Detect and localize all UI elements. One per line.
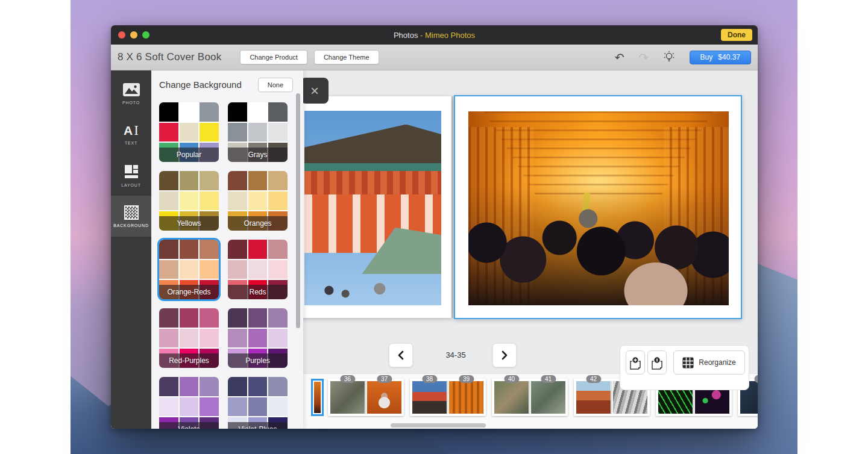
color-swatch[interactable] — [268, 377, 288, 396]
color-swatch[interactable] — [268, 260, 288, 279]
sidebar-item-photo[interactable]: PHOTO — [111, 73, 151, 114]
spread-page[interactable]: 39 — [449, 381, 483, 414]
color-swatch[interactable] — [268, 329, 288, 348]
color-swatch[interactable] — [159, 308, 178, 328]
color-swatch[interactable] — [200, 377, 219, 396]
panel-scrollbar[interactable] — [296, 93, 300, 328]
color-swatch[interactable] — [268, 171, 288, 190]
color-swatch[interactable] — [159, 377, 178, 396]
color-swatch[interactable] — [268, 397, 288, 417]
undo-icon[interactable]: ↶ — [615, 52, 624, 63]
color-swatch[interactable] — [228, 260, 247, 279]
color-swatch[interactable] — [248, 260, 268, 279]
color-swatch[interactable] — [200, 260, 219, 279]
color-swatch[interactable] — [200, 329, 219, 348]
color-swatch[interactable] — [268, 308, 288, 328]
color-swatch[interactable] — [159, 102, 178, 122]
sidebar-item-text[interactable]: AI TEXT — [111, 114, 151, 155]
color-swatch[interactable] — [180, 377, 199, 396]
color-swatch[interactable] — [159, 329, 178, 348]
spread-page[interactable]: 36 — [330, 381, 365, 414]
redo-icon[interactable]: ↷ — [639, 52, 649, 63]
color-swatch[interactable] — [159, 260, 178, 279]
color-swatch[interactable] — [228, 397, 247, 417]
spread-page[interactable]: 40 — [494, 381, 529, 414]
color-swatch[interactable] — [228, 377, 247, 396]
close-window-button[interactable] — [118, 31, 125, 39]
none-button[interactable]: None — [258, 78, 293, 92]
color-swatch[interactable] — [228, 240, 247, 259]
color-swatch[interactable] — [159, 123, 178, 142]
color-swatch[interactable] — [180, 191, 199, 211]
color-swatch[interactable] — [180, 329, 199, 348]
filmstrip-spread-36-37[interactable]: 3637 — [328, 379, 404, 416]
palette-yellows[interactable]: Yellows — [159, 171, 219, 231]
color-swatch[interactable] — [200, 397, 219, 417]
color-swatch[interactable] — [159, 240, 178, 259]
book-page-left[interactable] — [298, 96, 451, 318]
color-swatch[interactable] — [248, 308, 268, 328]
previous-spread-button[interactable] — [389, 343, 413, 367]
tips-lightbulb-icon[interactable] — [663, 51, 675, 64]
spread-page[interactable]: 42 — [576, 381, 611, 414]
color-swatch[interactable] — [248, 171, 268, 190]
spread-page[interactable]: 38 — [412, 381, 447, 414]
close-panel-button[interactable]: × — [301, 78, 329, 104]
palette-orange-reds[interactable]: Orange-Reds — [159, 240, 219, 299]
color-swatch[interactable] — [200, 308, 219, 328]
reorganize-button[interactable]: Reorganize — [673, 350, 745, 375]
color-swatch[interactable] — [159, 171, 178, 190]
color-swatch[interactable] — [268, 102, 288, 122]
color-swatch[interactable] — [159, 397, 178, 417]
change-product-button[interactable]: Change Product — [240, 50, 307, 64]
filmstrip-horizontal-scrollbar[interactable] — [391, 423, 486, 428]
color-swatch[interactable] — [228, 171, 247, 190]
palette-violet-blues[interactable]: Violet-Blues — [228, 377, 288, 429]
color-swatch[interactable] — [200, 102, 219, 122]
book-page-right-selected[interactable] — [454, 95, 742, 319]
filmstrip-spread-38-39[interactable]: 3839 — [410, 379, 486, 416]
color-swatch[interactable] — [180, 260, 199, 279]
titlebar[interactable]: Photos - Mimeo Photos Done — [111, 25, 758, 45]
temple-photo[interactable] — [304, 111, 441, 305]
color-swatch[interactable] — [248, 329, 268, 348]
spread-page[interactable]: 37 — [367, 381, 401, 414]
color-swatch[interactable] — [159, 191, 178, 211]
palette-grays[interactable]: Grays — [228, 102, 288, 162]
add-page-button[interactable] — [626, 350, 645, 375]
color-swatch[interactable] — [268, 240, 288, 259]
color-swatch[interactable] — [180, 171, 199, 190]
change-theme-button[interactable]: Change Theme — [314, 50, 379, 64]
color-swatch[interactable] — [248, 240, 268, 259]
color-swatch[interactable] — [200, 171, 219, 190]
buy-button[interactable]: Buy$40.37 — [690, 51, 751, 64]
remove-page-button[interactable] — [647, 350, 667, 375]
color-swatch[interactable] — [180, 397, 199, 417]
color-swatch[interactable] — [180, 308, 199, 328]
color-swatch[interactable] — [200, 240, 219, 259]
palette-violets[interactable]: Violets — [159, 377, 219, 429]
filmstrip-spread-40-41[interactable]: 4041 — [492, 379, 568, 416]
color-swatch[interactable] — [228, 123, 247, 142]
next-spread-button[interactable] — [492, 343, 517, 367]
done-button[interactable]: Done — [721, 29, 752, 41]
color-swatch[interactable] — [180, 102, 199, 122]
color-swatch[interactable] — [228, 308, 247, 328]
color-swatch[interactable] — [180, 123, 199, 142]
color-swatch[interactable] — [228, 191, 247, 211]
color-swatch[interactable] — [200, 123, 219, 142]
color-swatch[interactable] — [268, 191, 288, 211]
color-swatch[interactable] — [248, 377, 268, 396]
color-swatch[interactable] — [228, 329, 247, 348]
color-swatch[interactable] — [248, 191, 268, 211]
color-swatch[interactable] — [200, 191, 219, 211]
palette-reds[interactable]: Reds — [228, 240, 288, 299]
color-swatch[interactable] — [248, 102, 268, 122]
torii-photo[interactable] — [468, 111, 729, 305]
spread-page[interactable]: 41 — [531, 381, 565, 414]
sidebar-item-background[interactable]: BACKGROUND — [111, 196, 151, 237]
palette-popular[interactable]: Popular — [159, 102, 219, 162]
color-swatch[interactable] — [248, 123, 268, 142]
color-swatch[interactable] — [248, 397, 268, 417]
minimize-window-button[interactable] — [130, 31, 137, 39]
